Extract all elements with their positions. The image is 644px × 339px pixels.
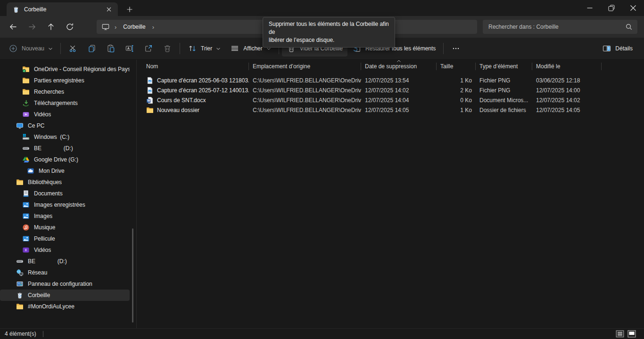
file-name: Capture d'écran 2025-06-03 121803... — [157, 77, 249, 84]
onedrive-icon — [22, 65, 30, 73]
search-input[interactable]: Rechercher dans : Corbeille — [483, 20, 637, 34]
sidebar-item[interactable]: Vidéos — [0, 109, 130, 120]
sidebar-item-label: Musique — [34, 224, 55, 231]
details-pane-button[interactable]: Détails — [597, 40, 637, 56]
restore-button[interactable] — [601, 0, 622, 16]
back-button[interactable] — [4, 18, 23, 35]
sidebar-item[interactable]: Téléchargements — [0, 97, 130, 109]
column-header-emplacement[interactable]: Emplacement d’origine — [249, 60, 361, 73]
drive-icon — [22, 145, 30, 152]
sidebar-item[interactable]: Vidéos — [0, 244, 130, 256]
column-header-nom[interactable]: Nom — [144, 60, 249, 73]
computer-icon — [16, 122, 24, 129]
file-row[interactable]: WCours de SNT.docx C:\Users\WILFRIED.BEL… — [144, 95, 644, 105]
breadcrumb-item-corbeille[interactable]: Corbeille — [121, 24, 147, 30]
details-view-button[interactable] — [615, 330, 625, 338]
close-window-button[interactable] — [622, 0, 644, 16]
file-deletion-date: 12/07/2025 13:54 — [361, 77, 437, 84]
minimize-button[interactable] — [579, 0, 601, 16]
folder-icon — [146, 106, 154, 114]
up-button[interactable] — [41, 18, 60, 35]
file-deletion-date: 12/07/2025 14:04 — [361, 97, 437, 104]
sidebar-item-label: Images — [34, 213, 52, 219]
file-origin-path: C:\Users\WILFRIED.BELLANGER\OneDriv... — [249, 107, 361, 113]
file-type: Dossier de fichiers — [476, 107, 532, 113]
window-controls — [579, 0, 644, 16]
column-header-modifie[interactable]: Modifié le — [532, 60, 602, 73]
search-icon — [625, 23, 633, 31]
file-size: 1 Ko — [437, 77, 476, 84]
more-options-button[interactable] — [446, 40, 465, 56]
column-header-date-suppression[interactable]: Date de suppression — [361, 60, 437, 73]
tooltip-line-1: Supprimer tous les éléments de la Corbei… — [269, 20, 389, 36]
sidebar-item-label: Bibliothèques — [28, 179, 62, 186]
sidebar-item-label: Ce PC — [28, 122, 44, 129]
file-origin-path: C:\Users\WILFRIED.BELLANGER\OneDriv... — [249, 97, 361, 104]
sidebar-scrollbar-thumb[interactable] — [132, 228, 133, 323]
paste-button[interactable] — [101, 40, 120, 56]
sidebar-item[interactable]: BE (D:) — [0, 256, 130, 267]
control-panel-icon — [16, 280, 24, 288]
file-modified-date: 12/07/2025 14:02 — [532, 97, 602, 104]
rename-button[interactable] — [120, 40, 139, 56]
pictures-library-icon — [22, 201, 30, 209]
details-view-icon — [616, 330, 624, 338]
sidebar-item[interactable]: Recherches — [0, 86, 130, 97]
sidebar-item[interactable]: Ce PC — [0, 120, 130, 131]
file-list-pane: Nom Emplacement d’origine Date de suppre… — [137, 60, 644, 328]
toolbar-divider — [60, 43, 61, 54]
sidebar-item[interactable]: Corbeille — [0, 290, 130, 301]
sort-button[interactable]: Trier — [183, 40, 225, 56]
new-button[interactable]: Nouveau — [4, 40, 58, 56]
sidebar-item[interactable]: Images enregistrées — [0, 199, 130, 210]
png-file-icon — [146, 87, 154, 94]
tab-close-button[interactable] — [104, 4, 114, 15]
sidebar-item-label: Panneau de configuration — [28, 281, 92, 287]
forward-button[interactable] — [23, 18, 41, 35]
file-row[interactable]: Nouveau dossier C:\Users\WILFRIED.BELLAN… — [144, 105, 644, 115]
copy-button[interactable] — [83, 40, 101, 56]
cut-button[interactable] — [64, 40, 83, 56]
plus-circle-icon — [8, 44, 18, 53]
column-headers: Nom Emplacement d’origine Date de suppre… — [144, 60, 644, 73]
share-icon — [144, 44, 153, 53]
sidebar-item[interactable]: Google Drive (G:) — [0, 154, 130, 165]
file-origin-path: C:\Users\WILFRIED.BELLANGER\OneDriv... — [249, 77, 361, 84]
share-button[interactable] — [139, 40, 158, 56]
sidebar-item[interactable]: OneDrive - Conseil Régional des Pays de — [0, 64, 130, 75]
sidebar-item[interactable]: BE (D:) — [0, 143, 130, 154]
sidebar-item[interactable]: Bibliothèques — [0, 177, 130, 188]
tab-corbeille[interactable]: Corbeille — [7, 2, 118, 16]
sidebar-item[interactable]: Documents — [0, 188, 130, 199]
network-icon — [16, 269, 24, 276]
sidebar-item-label: Documents — [34, 190, 63, 197]
computer-icon — [101, 23, 110, 31]
sidebar-item[interactable]: Mon Drive — [0, 165, 130, 177]
sort-ascending-icon — [396, 60, 401, 63]
new-tab-button[interactable] — [124, 4, 136, 15]
sidebar-item[interactable]: Pellicule — [0, 233, 130, 244]
sidebar-item[interactable]: Windows (C:) — [0, 131, 130, 143]
sidebar-item-label: Windows (C:) — [34, 134, 69, 140]
delete-button[interactable] — [158, 40, 177, 56]
file-explorer-window: Corbeille › Corbeille › Rechercher dans … — [0, 0, 644, 339]
refresh-button[interactable] — [60, 18, 79, 35]
column-header-type[interactable]: Type d’élément — [476, 60, 532, 73]
column-header-label: Modifié le — [536, 63, 560, 70]
navigation-sidebar: OneDrive - Conseil Régional des Pays de … — [0, 60, 137, 328]
sidebar-item[interactable]: Images — [0, 210, 130, 222]
sidebar-item[interactable]: #MonOrdiAuLycee — [0, 301, 130, 312]
file-row[interactable]: Capture d'écran 2025-06-03 121803... C:\… — [144, 75, 644, 85]
sidebar-item[interactable]: Musique — [0, 222, 130, 233]
tab-label: Corbeille — [24, 6, 99, 13]
sidebar-item[interactable]: Réseau — [0, 267, 130, 278]
sidebar-item[interactable]: Panneau de configuration — [0, 278, 130, 290]
details-pane-icon — [602, 44, 611, 53]
sidebar-item[interactable]: Parties enregistrées — [0, 75, 130, 86]
folder-icon — [22, 77, 30, 84]
pictures-library-icon — [22, 212, 30, 220]
file-name: Nouveau dossier — [157, 107, 199, 113]
thumbnails-view-button[interactable] — [627, 330, 636, 338]
column-header-taille[interactable]: Taille — [437, 60, 476, 73]
file-row[interactable]: Capture d'écran 2025-07-12 140013... C:\… — [144, 85, 644, 95]
